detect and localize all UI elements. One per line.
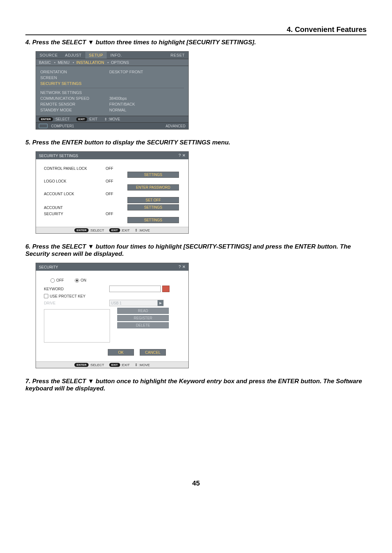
enter-pill-icon: ENTER — [74, 228, 89, 232]
row-account-lock[interactable]: ACCOUNT LOCK OFF — [44, 192, 180, 196]
subtab-basic[interactable]: BASIC — [39, 60, 51, 65]
section-header: 4. Convenient Features — [25, 25, 367, 35]
hint-exit: EXIT :EXIT — [76, 117, 98, 121]
mode-advanced: ADVANCED — [166, 124, 185, 128]
use-protect-key-checkbox[interactable] — [44, 294, 50, 298]
computer-source-icon — [39, 124, 48, 128]
tab-info[interactable]: INFO. — [107, 52, 126, 59]
dialog-title: SECURITY — [39, 265, 58, 269]
chevron-right-icon: ▶ — [158, 300, 163, 306]
menu-row-standby-mode[interactable]: STANDBY MODE NORMAL — [40, 107, 184, 113]
current-source: COMPUTER1 — [51, 124, 74, 128]
tab-setup[interactable]: SETUP — [85, 52, 107, 59]
exit-pill-icon: EXIT — [109, 363, 120, 367]
hint-enter-select-2: ENTER :SELECT — [74, 228, 104, 232]
step-6-text: 6. Press the SELECT ▼ button four times … — [25, 243, 367, 258]
keyword-input[interactable] — [109, 286, 161, 292]
help-icon[interactable]: ? — [179, 153, 181, 158]
cpl-settings-button[interactable]: SETTINGS — [127, 172, 179, 178]
menu-row-security-settings[interactable]: SECURITY SETTINGS — [40, 81, 184, 86]
close-icon[interactable]: ✕ — [182, 153, 185, 158]
row-logo-lock[interactable]: LOGO LOCK OFF — [44, 179, 180, 183]
radio-off[interactable]: OFF — [50, 278, 64, 283]
delete-button[interactable]: DELETE — [117, 322, 169, 328]
menu-row-network-settings[interactable]: NETWORK SETTINGS — [40, 90, 184, 95]
hint-enter-select: ENTER :SELECT — [39, 117, 70, 121]
ok-button[interactable]: OK — [108, 349, 134, 356]
row-control-panel-lock[interactable]: CONTROL PANEL LOCK OFF — [44, 166, 180, 171]
menu-row-screen[interactable]: SCREEN — [40, 75, 184, 81]
tab-adjust[interactable]: ADJUST — [61, 52, 85, 59]
hint-enter-select-3: ENTER :SELECT — [74, 363, 104, 367]
keys-listbox[interactable] — [44, 309, 110, 343]
close-icon[interactable]: ✕ — [182, 265, 185, 269]
security-settings-dialog: SECURITY SETTINGS ? ✕ CONTROL PANEL LOCK… — [36, 151, 189, 234]
keyword-label: KEYWORD — [44, 287, 109, 291]
hint-move: ⇕ :MOVE — [104, 117, 120, 121]
enter-pill-icon: ENTER — [39, 117, 53, 121]
hint-exit-2: EXIT :EXIT — [109, 228, 130, 232]
subtab-options[interactable]: OPTIONS — [111, 60, 129, 65]
security-settings-button[interactable]: SETTINGS — [127, 217, 179, 223]
hint-move-3: ⇕ :MOVE — [135, 363, 150, 367]
tab-reset[interactable]: RESET — [167, 52, 188, 59]
security-dialog: SECURITY ? ✕ OFF ON KEYWORD USE PROTECT … — [36, 263, 189, 368]
menu-row-communication-speed[interactable]: COMMUNICATION SPEED 38400bps — [40, 95, 184, 101]
enter-pill-icon: ENTER — [74, 363, 89, 367]
help-icon[interactable]: ? — [179, 265, 181, 269]
exit-pill-icon: EXIT — [109, 228, 120, 232]
account-settings-button[interactable]: SETTINGS — [127, 204, 179, 210]
cancel-button[interactable]: CANCEL — [140, 349, 166, 356]
step-7-text: 7. Press the SELECT ▼ button once to hig… — [25, 378, 367, 392]
osd-setup-screenshot: SOURCE ADJUST SETUP INFO. RESET BASIC• M… — [36, 51, 189, 130]
drive-select[interactable]: USB 1 ▶ — [109, 300, 164, 306]
logo-enter-password-button[interactable]: ENTER PASSWORD — [127, 184, 179, 191]
exit-pill-icon: EXIT — [76, 117, 87, 121]
menu-row-orientation[interactable]: ORIENTATION DESKTOP FRONT — [40, 69, 184, 75]
step-5-text: 5. Press the ENTER button to display the… — [25, 139, 367, 146]
tab-source[interactable]: SOURCE — [36, 52, 61, 59]
account-lock-setoff-button[interactable]: SET OFF — [127, 197, 179, 203]
subtab-menu[interactable]: MENU — [58, 60, 69, 65]
radio-on[interactable]: ON — [75, 278, 86, 283]
register-button[interactable]: REGISTER — [117, 315, 169, 321]
keyboard-icon[interactable] — [162, 286, 170, 292]
row-security[interactable]: SECURITY OFF — [44, 212, 180, 216]
hint-exit-3: EXIT :EXIT — [109, 363, 130, 367]
drive-label: DRIVE — [44, 301, 109, 305]
dialog-title: SECURITY SETTINGS — [39, 153, 78, 158]
row-account[interactable]: ACCOUNT SETTINGS — [44, 204, 180, 210]
step-4-text: 4. Press the SELECT ▼ button three times… — [25, 39, 367, 46]
menu-row-remote-sensor[interactable]: REMOTE SENSOR FRONT/BACK — [40, 101, 184, 107]
use-protect-key-label: USE PROTECT KEY — [50, 294, 85, 298]
subtab-installation[interactable]: INSTALLATION — [76, 60, 104, 65]
page-number: 45 — [25, 479, 367, 487]
hint-move-2: ⇕ :MOVE — [135, 228, 150, 232]
read-button[interactable]: READ — [117, 308, 169, 314]
